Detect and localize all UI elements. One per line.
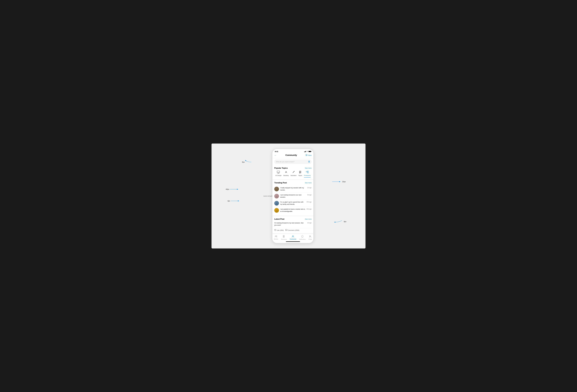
avatar-2 (274, 194, 279, 198)
trending-posts-title: Trending Post (274, 182, 287, 184)
branding-label: Branding (284, 175, 288, 176)
new-button[interactable]: New (306, 154, 312, 156)
popular-topics-header: Popular Topics See more (274, 167, 312, 169)
avatar-3 (274, 201, 279, 206)
svg-rect-21 (307, 172, 308, 173)
arrow-8px (246, 160, 253, 164)
svg-rect-19 (306, 171, 307, 172)
profile-nav-icon (309, 235, 311, 238)
svg-rect-15 (300, 171, 301, 172)
comment-label: Comment (288, 229, 294, 231)
latest-post-title: Latest Post (274, 218, 284, 220)
post-3-text: I'm so glad I got to spend time with my … (280, 201, 303, 205)
latest-post-text: I'm looking forward to my next session. … (274, 222, 306, 227)
status-time: 9:41 (275, 150, 278, 152)
trending-post-3[interactable]: I'm so glad I got to spend time with my … (274, 200, 312, 207)
popular-topics-title: Popular Topics (274, 167, 288, 169)
post-4-time: 20d ago (306, 208, 312, 210)
arrow-8px-bottom (335, 220, 343, 223)
annotation-8px-top: 8px (242, 160, 253, 164)
ux-design-icon (277, 171, 280, 174)
svg-rect-34 (284, 237, 285, 237)
trending-post-4[interactable]: I am grateful to have a mentor who is so… (274, 207, 312, 214)
svg-rect-33 (283, 237, 284, 237)
svg-rect-18 (299, 173, 300, 173)
comment-count: (2500) (295, 229, 299, 231)
notifications-nav-label: Notifications (299, 239, 306, 240)
topic-illustration[interactable]: Illustration (290, 171, 297, 178)
trending-post-2[interactable]: I am looking forward to our next session… (274, 193, 312, 200)
nav-community[interactable]: Community (289, 235, 297, 240)
arrow-4px (231, 200, 240, 202)
svg-rect-14 (299, 171, 300, 172)
latest-post-header: Latest Post See more (274, 218, 312, 220)
page-title: Community (285, 154, 297, 156)
battery-icon (308, 151, 311, 152)
topic-ux-design[interactable]: UX Design (275, 171, 282, 178)
post-actions: Like (950) Comment (2500) (274, 228, 312, 231)
arrow-20px (332, 180, 341, 183)
topic-branding[interactable]: Branding (283, 171, 289, 178)
bottom-nav: Mentors Resources (272, 234, 313, 241)
nav-resources[interactable]: Resources (280, 235, 288, 240)
prototyping-label: Prototyping (304, 175, 311, 176)
latest-post-time: 2d ago (307, 222, 312, 224)
status-icons (304, 151, 311, 152)
layout-label: Layout and grid (263, 195, 272, 197)
topic-prototyping[interactable]: Prototyping (304, 171, 311, 178)
topic-figma[interactable]: Figma (298, 171, 302, 178)
post-1-time: 2d ago (307, 187, 312, 188)
svg-rect-5 (306, 154, 307, 156)
wifi-icon (306, 151, 308, 152)
illustration-label: Illustration (290, 175, 296, 176)
branding-icon (285, 171, 287, 174)
latest-post-body: I'm looking forward to my next session. … (274, 222, 312, 228)
trending-post-1[interactable]: I really enjoyed my session with my ment… (274, 185, 312, 193)
community-nav-label: Community (290, 239, 296, 240)
edit-icon (306, 154, 308, 156)
avatar-1 (274, 187, 279, 191)
trending-posts-section: Trending Post See more I really enjo (272, 180, 313, 215)
search-section: What do you want to learn? (272, 158, 313, 165)
profile-nav-label: Profile (309, 239, 312, 240)
mentors-nav-icon (275, 235, 277, 238)
resources-nav-label: Resources (281, 239, 287, 240)
post-1-content: I really enjoyed my session with my ment… (280, 187, 306, 191)
ux-design-label: UX Design (275, 175, 282, 176)
svg-point-24 (276, 188, 277, 189)
post-4-text: I am grateful to have a mentor who is so… (280, 208, 305, 212)
nav-profile[interactable]: Profile (308, 235, 313, 240)
svg-rect-16 (299, 172, 300, 173)
post-4-content: I am grateful to have a mentor who is so… (280, 208, 305, 213)
signal-icon (304, 151, 306, 152)
svg-point-30 (276, 236, 277, 236)
community-nav-icon (292, 235, 294, 238)
comment-action[interactable]: Comment (2500) (285, 229, 299, 231)
like-label: Like (277, 229, 280, 231)
svg-point-35 (292, 236, 293, 237)
trending-see-more[interactable]: See more (305, 182, 312, 184)
post-2-text: I am looking forward to our next session… (280, 194, 301, 198)
popular-topics-see-more[interactable]: See more (305, 167, 312, 169)
svg-rect-31 (283, 235, 284, 236)
search-bar[interactable]: What do you want to learn? (274, 159, 312, 164)
nav-mentors[interactable]: Mentors (273, 235, 279, 240)
resources-nav-icon (283, 235, 285, 238)
back-button[interactable]: ← (274, 154, 277, 157)
search-placeholder: What do you want to learn? (276, 161, 294, 163)
avatar-4 (274, 208, 279, 213)
post-1-text: I really enjoyed my session with my ment… (280, 187, 304, 191)
canvas: Layout and grid 8px 20px 40px (212, 143, 365, 249)
illustration-icon (292, 171, 295, 174)
like-action[interactable]: Like (950) (274, 229, 284, 231)
figma-label: Figma (298, 175, 302, 176)
svg-point-26 (276, 202, 277, 203)
svg-rect-9 (277, 171, 280, 173)
nav-notifications[interactable]: Notifications (298, 235, 306, 240)
latest-post-section: Latest Post See more I'm looking forward… (272, 216, 313, 233)
mic-icon[interactable] (308, 161, 310, 163)
status-bar: 9:41 (272, 149, 313, 153)
svg-rect-20 (307, 171, 308, 172)
post-3-time: 15d ago (306, 201, 312, 203)
latest-see-more[interactable]: See more (305, 218, 312, 220)
